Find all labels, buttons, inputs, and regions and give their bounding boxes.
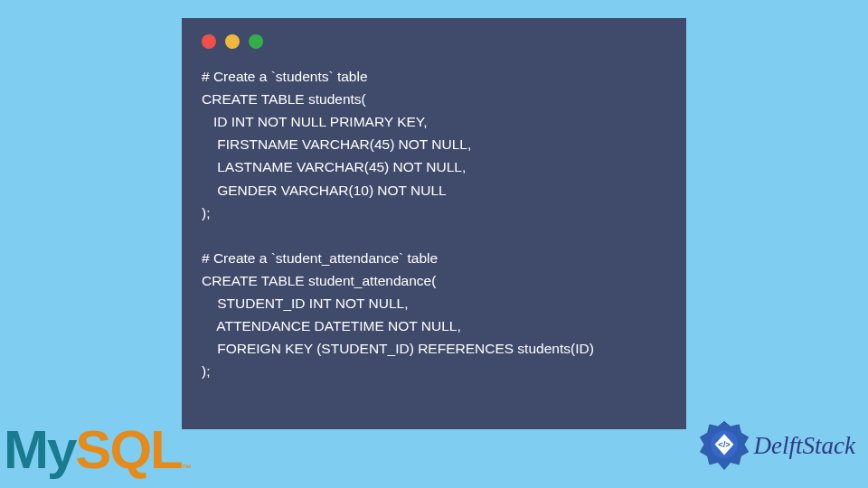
mysql-logo-sql: SQL [75, 419, 181, 480]
delftstack-text: DelftStack [754, 432, 855, 460]
close-icon [202, 34, 216, 49]
minimize-icon [225, 34, 240, 49]
code-block: # Create a `students` table CREATE TABLE… [202, 65, 666, 383]
mysql-logo: MySQL™ [4, 418, 192, 481]
svg-text:</>: </> [718, 440, 731, 449]
maximize-icon [249, 34, 263, 49]
delftstack-icon: </> [698, 419, 750, 472]
delftstack-logo: </> DelftStack [698, 419, 855, 472]
mysql-logo-my: My [4, 419, 75, 480]
code-window: # Create a `students` table CREATE TABLE… [182, 18, 686, 429]
window-controls [202, 34, 666, 49]
mysql-logo-tm: ™ [182, 463, 192, 474]
